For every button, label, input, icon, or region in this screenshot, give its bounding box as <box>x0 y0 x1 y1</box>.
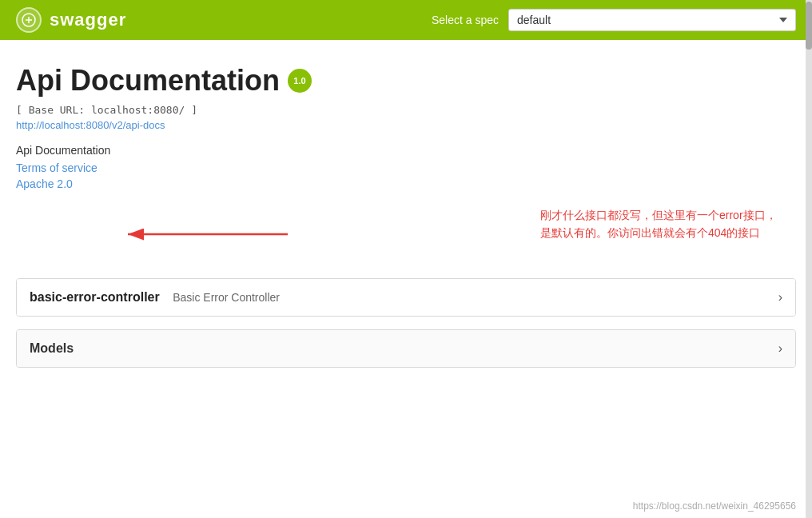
controller-section: basic-error-controller Basic Error Contr… <box>16 278 796 317</box>
models-section: Models › <box>16 329 796 368</box>
annotation-arrow <box>80 206 352 262</box>
spec-selector[interactable]: default <box>508 9 796 31</box>
version-badge: 1.0 <box>288 69 312 93</box>
controller-info: basic-error-controller Basic Error Contr… <box>30 290 280 305</box>
logo-area: swagger <box>16 7 126 33</box>
models-label: Models <box>30 341 74 356</box>
annotation-area: 刚才什么接口都没写，但这里有一个error接口，是默认有的。你访问出错就会有个4… <box>16 206 796 270</box>
models-header[interactable]: Models › <box>17 330 795 367</box>
footer-watermark: https://blog.csdn.net/weixin_46295656 <box>633 500 796 512</box>
api-main-title: Api Documentation <box>16 64 280 98</box>
controller-chevron-icon: › <box>778 290 782 305</box>
swagger-icon <box>16 7 42 33</box>
license-link[interactable]: Apache 2.0 <box>16 177 796 190</box>
terms-of-service-link[interactable]: Terms of service <box>16 161 796 174</box>
api-description: Api Documentation <box>16 144 796 157</box>
api-docs-link[interactable]: http://localhost:8080/v2/api-docs <box>16 119 796 131</box>
models-chevron-icon: › <box>778 341 782 356</box>
select-spec-label: Select a spec <box>432 14 499 26</box>
controller-name: basic-error-controller <box>30 290 160 304</box>
main-content: Api Documentation 1.0 [ Base URL: localh… <box>0 40 812 396</box>
controller-header[interactable]: basic-error-controller Basic Error Contr… <box>17 279 795 316</box>
app-title: swagger <box>50 10 126 30</box>
annotation-text: 刚才什么接口都没写，但这里有一个error接口，是默认有的。你访问出错就会有个4… <box>540 206 780 242</box>
base-url: [ Base URL: localhost:8080/ ] <box>16 104 796 116</box>
header-right: Select a spec default <box>432 9 796 31</box>
controller-description: Basic Error Controller <box>173 291 280 304</box>
app-header: swagger Select a spec default <box>0 0 812 40</box>
api-title-row: Api Documentation 1.0 <box>16 64 796 98</box>
